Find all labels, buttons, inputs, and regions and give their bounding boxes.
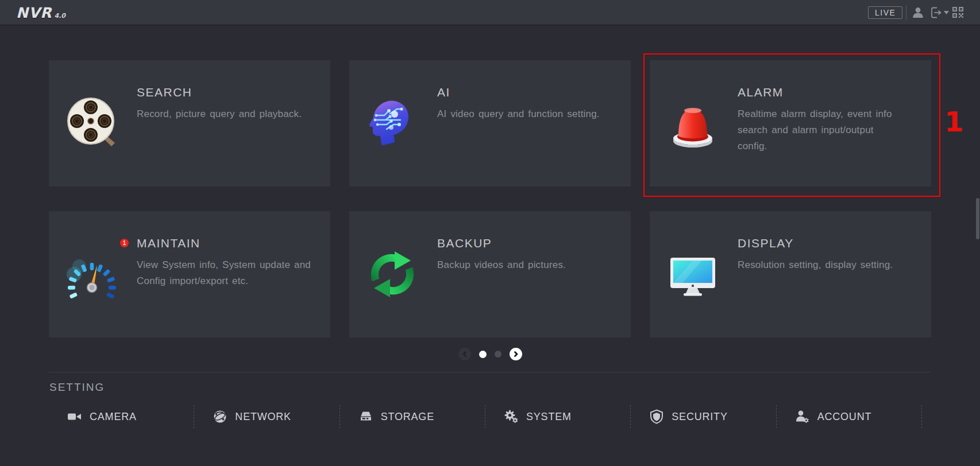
setting-item-label: CAMERA <box>90 411 137 423</box>
tile-description: Record, picture query and playback. <box>137 106 309 122</box>
security-shield-icon <box>649 409 664 424</box>
next-page-button[interactable] <box>510 348 522 360</box>
logout-icon[interactable] <box>929 6 943 20</box>
setting-item-network[interactable]: NETWORK <box>194 404 339 429</box>
notification-badge: 1 <box>120 239 129 247</box>
tile-title: DISPLAY <box>738 236 794 250</box>
backup-arrows-icon <box>365 246 420 301</box>
tile-description: Realtime alarm display, event info searc… <box>738 106 905 154</box>
tile-search[interactable]: SEARCH Record, picture query and playbac… <box>49 60 330 187</box>
setting-item-security[interactable]: SECURITY <box>631 404 776 429</box>
monitor-icon <box>665 246 720 301</box>
scrollbar-thumb[interactable] <box>976 198 979 239</box>
system-icon <box>504 409 519 424</box>
annotation-step-number: 1 <box>944 106 963 138</box>
setting-item-storage[interactable]: STORAGE <box>340 404 485 429</box>
setting-divider <box>49 372 931 372</box>
top-bar: NVR 4.0 LIVE <box>0 0 980 25</box>
page-switcher <box>0 347 980 362</box>
tile-description: AI video query and function setting. <box>437 106 616 122</box>
tile-display[interactable]: DISPLAY Resolution setting, display sett… <box>650 211 931 337</box>
logo-version: 4.0 <box>55 12 66 20</box>
tile-title: BACKUP <box>437 236 492 250</box>
setting-item-label: SECURITY <box>672 411 727 423</box>
previous-page-button[interactable] <box>458 348 471 360</box>
ai-head-icon <box>365 95 420 150</box>
setting-section-title: SETTING <box>49 381 105 394</box>
chevron-down-icon[interactable] <box>944 11 949 14</box>
tile-backup[interactable]: BACKUP Backup videos and pictures. <box>349 211 631 337</box>
page-dot-active[interactable] <box>479 351 487 358</box>
page-dot[interactable] <box>495 351 501 358</box>
setting-item-system[interactable]: SYSTEM <box>485 404 631 429</box>
setting-item-account[interactable]: ACCOUNT <box>777 404 922 429</box>
setting-item-label: NETWORK <box>235 411 291 423</box>
storage-icon <box>358 409 373 424</box>
topbar-divider <box>906 5 906 20</box>
main-menu-grid: SEARCH Record, picture query and playbac… <box>49 60 931 337</box>
logo-text: NVR <box>16 5 52 21</box>
account-icon <box>795 409 810 424</box>
alarm-siren-icon <box>665 95 720 150</box>
tile-maintain[interactable]: 1 MAINTAIN View System info, System upda… <box>49 211 330 337</box>
tile-title: AI <box>437 86 450 99</box>
setting-item-label: SYSTEM <box>526 411 572 423</box>
film-reel-icon <box>64 95 119 150</box>
tile-description: View System info, System update and Conf… <box>137 257 312 289</box>
setting-item-camera[interactable]: CAMERA <box>49 404 194 429</box>
network-icon <box>213 409 227 424</box>
camera-icon <box>67 409 82 424</box>
live-button[interactable]: LIVE <box>868 6 902 19</box>
setting-menu: CAMERA NETWORK S <box>49 404 922 429</box>
setting-item-label: ACCOUNT <box>817 411 872 423</box>
tile-title: SEARCH <box>137 86 192 99</box>
qr-code-icon[interactable] <box>952 6 964 18</box>
setting-item-label: STORAGE <box>381 411 434 423</box>
tile-title: MAINTAIN <box>137 236 200 250</box>
user-icon[interactable] <box>911 6 925 20</box>
tile-ai[interactable]: AI AI video query and function setting. <box>349 60 631 187</box>
nvr-logo[interactable]: NVR 4.0 <box>16 5 65 21</box>
gauge-icon <box>64 246 119 301</box>
tile-title: ALARM <box>738 86 784 99</box>
tile-description: Backup videos and pictures. <box>437 257 609 273</box>
tile-alarm[interactable]: ALARM Realtime alarm display, event info… <box>650 60 931 187</box>
tile-description: Resolution setting, display setting. <box>738 257 917 273</box>
